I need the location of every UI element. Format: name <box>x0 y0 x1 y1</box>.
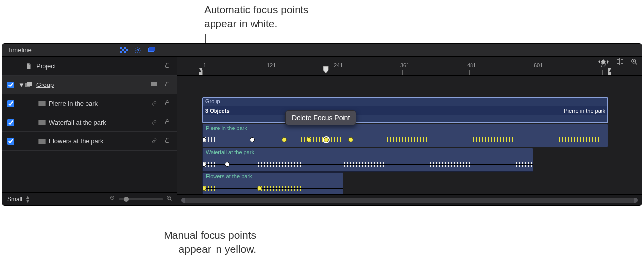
timeline-horizontal-scrollbar[interactable] <box>177 194 642 205</box>
layer-label: Flowers at the park <box>49 137 150 145</box>
timeline-area: 1 121 241 361 481 601 721 <box>177 57 642 205</box>
svg-rect-9 <box>149 47 155 51</box>
keyframe-nav-icon[interactable] <box>598 58 609 65</box>
layer-row-project[interactable]: Project <box>2 57 177 76</box>
context-menu-item-delete-focus-point[interactable]: Delete Focus Point <box>292 114 350 122</box>
layer-label: Project <box>36 62 163 70</box>
svg-rect-22 <box>45 120 46 125</box>
clip-icon <box>38 139 46 144</box>
lock-icon[interactable] <box>163 119 171 126</box>
link-icon[interactable] <box>150 100 158 107</box>
layer-row-clip[interactable]: Pierre in the park <box>2 94 177 113</box>
svg-rect-5 <box>120 51 122 53</box>
svg-rect-14 <box>154 82 157 86</box>
ruler-tick-label: 1 <box>203 62 206 68</box>
svg-rect-10 <box>166 65 169 68</box>
svg-rect-25 <box>38 139 39 144</box>
clip-icon <box>38 101 46 106</box>
annotation-manual-focus: Manual focus points appear in yellow. <box>118 228 256 257</box>
lock-icon[interactable] <box>163 100 171 107</box>
svg-marker-35 <box>598 60 600 64</box>
scrollbar-thumb[interactable] <box>181 198 638 203</box>
clip-title: Flowers at the park <box>203 173 343 180</box>
render-icon[interactable] <box>119 46 129 55</box>
lock-icon[interactable] <box>163 81 171 88</box>
svg-rect-4 <box>126 49 128 51</box>
svg-rect-6 <box>124 51 126 53</box>
svg-rect-16 <box>38 101 46 106</box>
focus-point-auto[interactable] <box>250 137 255 142</box>
row-size-select[interactable]: Small ▲▼ <box>7 195 30 203</box>
annotation-auto-focus: Automatic focus points appear in white. <box>204 3 308 31</box>
stepper-icon: ▲▼ <box>25 195 30 203</box>
lock-icon[interactable] <box>163 137 171 145</box>
isolate-icon[interactable] <box>150 81 158 88</box>
layer-row-clip[interactable]: Waterfall at the park <box>2 113 177 132</box>
svg-rect-27 <box>166 140 169 143</box>
ruler-tick-label: 481 <box>467 62 476 68</box>
link-icon[interactable] <box>150 119 158 126</box>
layer-visibility-checkbox[interactable] <box>7 119 14 126</box>
ruler-tick-label: 601 <box>534 62 543 68</box>
lock-icon[interactable] <box>163 62 171 70</box>
focus-point-manual-selected[interactable] <box>324 137 329 142</box>
focus-point-manual[interactable] <box>306 137 311 142</box>
svg-rect-1 <box>120 47 122 49</box>
ruler-tick-label: 361 <box>400 62 409 68</box>
svg-rect-26 <box>45 139 46 144</box>
clip-lane[interactable]: Flowers at the park <box>177 172 642 194</box>
clip-icon <box>38 120 46 125</box>
layer-sidebar: Project ▼ Group <box>2 57 177 205</box>
settings-icon[interactable] <box>132 46 143 55</box>
focus-point-manual[interactable] <box>282 137 287 142</box>
svg-rect-20 <box>38 120 46 125</box>
disclosure-triangle-icon[interactable]: ▼ <box>18 81 23 88</box>
timeline-lanes: Group 3 Objects Pierre in the park Pierr… <box>177 76 642 194</box>
zoom-slider-thumb[interactable] <box>124 197 129 202</box>
svg-rect-3 <box>122 49 124 51</box>
group-object-count: 3 Objects <box>202 108 233 114</box>
svg-rect-19 <box>166 103 169 105</box>
snapping-icon[interactable] <box>616 58 624 65</box>
svg-rect-21 <box>38 120 39 125</box>
clip-lane[interactable]: Waterfall at the park <box>177 148 642 172</box>
panels-icon[interactable] <box>146 46 157 55</box>
focus-point-manual[interactable] <box>348 137 353 142</box>
zoom-tool-icon[interactable] <box>631 58 638 65</box>
focus-point-auto[interactable] <box>225 162 230 167</box>
svg-line-32 <box>170 199 172 201</box>
timeline-ruler[interactable]: 1 121 241 361 481 601 721 <box>177 57 642 76</box>
layer-row-group[interactable]: ▼ Group <box>2 76 177 94</box>
zoom-in-icon[interactable] <box>166 195 172 203</box>
svg-rect-15 <box>166 84 169 86</box>
svg-rect-13 <box>151 82 154 86</box>
timeline-title: Timeline <box>7 46 32 54</box>
svg-rect-18 <box>45 101 46 106</box>
layer-row-clip[interactable]: Flowers at the park <box>2 132 177 151</box>
group-icon <box>25 82 33 88</box>
svg-marker-49 <box>323 66 328 73</box>
svg-point-7 <box>137 49 139 51</box>
clip-title: Waterfall at the park <box>203 148 533 156</box>
context-menu: Delete Focus Point <box>285 110 356 125</box>
group-clip-header: Group <box>202 97 608 106</box>
project-icon <box>25 63 33 70</box>
layer-visibility-checkbox[interactable] <box>7 100 14 107</box>
zoom-out-icon[interactable] <box>110 195 116 203</box>
layer-visibility-checkbox[interactable] <box>7 138 14 145</box>
layer-label: Pierre in the park <box>49 100 150 107</box>
focus-point-manual[interactable] <box>257 186 262 191</box>
row-size-label: Small <box>7 196 22 203</box>
playhead[interactable] <box>326 67 326 206</box>
sidebar-footer: Small ▲▼ <box>2 192 177 205</box>
layer-visibility-checkbox[interactable] <box>7 82 14 88</box>
link-icon[interactable] <box>150 137 158 145</box>
clip-lane[interactable]: Pierre in the park <box>177 124 642 147</box>
svg-marker-36 <box>607 60 609 64</box>
svg-rect-17 <box>38 101 39 106</box>
playhead-handle-icon[interactable] <box>323 66 328 73</box>
group-mini-label: Pierre in the park <box>564 108 605 114</box>
zoom-slider[interactable] <box>119 198 163 200</box>
group-lane[interactable]: Group 3 Objects Pierre in the park <box>177 97 642 123</box>
svg-rect-12 <box>27 82 32 86</box>
